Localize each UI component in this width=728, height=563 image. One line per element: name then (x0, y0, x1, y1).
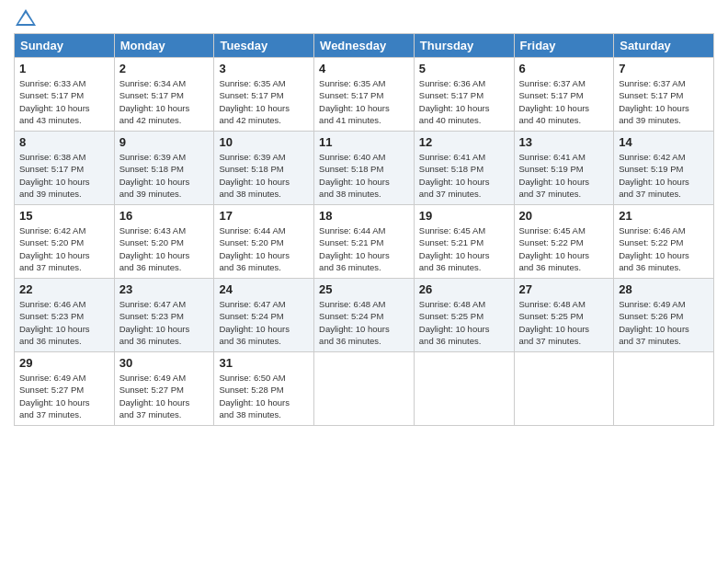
day-info: Sunrise: 6:35 AM Sunset: 5:17 PM Dayligh… (219, 77, 309, 126)
day-info: Sunrise: 6:47 AM Sunset: 5:24 PM Dayligh… (219, 298, 309, 347)
day-number: 5 (419, 62, 509, 75)
day-cell: 25 Sunrise: 6:48 AM Sunset: 5:24 PM Dayl… (314, 279, 415, 352)
day-info: Sunrise: 6:44 AM Sunset: 5:20 PM Dayligh… (219, 224, 309, 273)
day-cell: 27 Sunrise: 6:48 AM Sunset: 5:25 PM Dayl… (514, 279, 614, 352)
day-info: Sunrise: 6:48 AM Sunset: 5:25 PM Dayligh… (519, 298, 609, 347)
day-cell: 31 Sunrise: 6:50 AM Sunset: 5:28 PM Dayl… (214, 352, 314, 426)
day-cell: 13 Sunrise: 6:41 AM Sunset: 5:19 PM Dayl… (514, 132, 614, 205)
day-number: 22 (19, 282, 109, 296)
col-sunday: Sunday (15, 34, 115, 58)
week-row-5: 29 Sunrise: 6:49 AM Sunset: 5:27 PM Dayl… (15, 352, 714, 426)
day-info: Sunrise: 6:39 AM Sunset: 5:18 PM Dayligh… (219, 151, 309, 200)
day-info: Sunrise: 6:36 AM Sunset: 5:17 PM Dayligh… (419, 77, 509, 126)
day-info: Sunrise: 6:48 AM Sunset: 5:25 PM Dayligh… (419, 298, 509, 347)
day-info: Sunrise: 6:40 AM Sunset: 5:18 PM Dayligh… (319, 151, 409, 200)
day-number: 8 (19, 135, 109, 149)
day-cell: 22 Sunrise: 6:46 AM Sunset: 5:23 PM Dayl… (15, 279, 115, 352)
day-cell: 18 Sunrise: 6:44 AM Sunset: 5:21 PM Dayl… (314, 205, 415, 279)
col-friday: Friday (514, 34, 614, 58)
day-number: 15 (19, 209, 109, 223)
day-cell: 30 Sunrise: 6:49 AM Sunset: 5:27 PM Dayl… (114, 352, 214, 426)
day-cell (514, 352, 614, 426)
day-cell: 24 Sunrise: 6:47 AM Sunset: 5:24 PM Dayl… (214, 279, 314, 352)
day-number: 19 (419, 209, 509, 223)
week-row-2: 8 Sunrise: 6:38 AM Sunset: 5:17 PM Dayli… (15, 132, 714, 205)
day-number: 9 (119, 135, 210, 149)
day-cell: 9 Sunrise: 6:39 AM Sunset: 5:18 PM Dayli… (114, 132, 214, 205)
day-cell: 15 Sunrise: 6:42 AM Sunset: 5:20 PM Dayl… (15, 205, 115, 279)
day-cell: 29 Sunrise: 6:49 AM Sunset: 5:27 PM Dayl… (15, 352, 115, 426)
day-cell: 23 Sunrise: 6:47 AM Sunset: 5:23 PM Dayl… (114, 279, 214, 352)
day-info: Sunrise: 6:49 AM Sunset: 5:26 PM Dayligh… (619, 298, 709, 347)
day-number: 13 (519, 135, 609, 149)
day-info: Sunrise: 6:49 AM Sunset: 5:27 PM Dayligh… (119, 372, 210, 420)
day-cell: 10 Sunrise: 6:39 AM Sunset: 5:18 PM Dayl… (214, 132, 314, 205)
day-cell: 14 Sunrise: 6:42 AM Sunset: 5:19 PM Dayl… (614, 132, 714, 205)
day-number: 7 (619, 62, 709, 75)
day-info: Sunrise: 6:42 AM Sunset: 5:19 PM Dayligh… (619, 151, 709, 200)
day-cell (414, 352, 514, 426)
day-cell: 3 Sunrise: 6:35 AM Sunset: 5:17 PM Dayli… (214, 58, 314, 132)
day-number: 26 (419, 282, 509, 296)
day-cell: 19 Sunrise: 6:45 AM Sunset: 5:21 PM Dayl… (414, 205, 514, 279)
day-info: Sunrise: 6:43 AM Sunset: 5:20 PM Dayligh… (119, 224, 210, 273)
day-number: 24 (219, 282, 309, 296)
col-monday: Monday (114, 34, 214, 58)
col-wednesday: Wednesday (314, 34, 415, 58)
day-number: 12 (419, 135, 509, 149)
header (14, 9, 714, 26)
header-row: Sunday Monday Tuesday Wednesday Thursday… (15, 34, 714, 58)
day-cell: 2 Sunrise: 6:34 AM Sunset: 5:17 PM Dayli… (114, 58, 214, 132)
week-row-4: 22 Sunrise: 6:46 AM Sunset: 5:23 PM Dayl… (15, 279, 714, 352)
day-info: Sunrise: 6:45 AM Sunset: 5:21 PM Dayligh… (419, 224, 509, 273)
day-number: 6 (519, 62, 609, 75)
day-info: Sunrise: 6:39 AM Sunset: 5:18 PM Dayligh… (119, 151, 210, 200)
day-info: Sunrise: 6:48 AM Sunset: 5:24 PM Dayligh… (319, 298, 409, 347)
day-number: 11 (319, 135, 409, 149)
col-thursday: Thursday (414, 34, 514, 58)
day-number: 1 (19, 62, 109, 75)
page: Sunday Monday Tuesday Wednesday Thursday… (0, 0, 728, 563)
day-info: Sunrise: 6:38 AM Sunset: 5:17 PM Dayligh… (19, 151, 109, 200)
day-cell: 28 Sunrise: 6:49 AM Sunset: 5:26 PM Dayl… (614, 279, 714, 352)
day-cell: 17 Sunrise: 6:44 AM Sunset: 5:20 PM Dayl… (214, 205, 314, 279)
day-number: 29 (19, 356, 109, 370)
col-saturday: Saturday (614, 34, 714, 58)
day-info: Sunrise: 6:34 AM Sunset: 5:17 PM Dayligh… (119, 77, 210, 126)
day-number: 4 (319, 62, 409, 75)
day-cell: 12 Sunrise: 6:41 AM Sunset: 5:18 PM Dayl… (414, 132, 514, 205)
calendar: Sunday Monday Tuesday Wednesday Thursday… (14, 33, 714, 426)
day-cell: 1 Sunrise: 6:33 AM Sunset: 5:17 PM Dayli… (15, 58, 115, 132)
day-info: Sunrise: 6:49 AM Sunset: 5:27 PM Dayligh… (19, 372, 109, 420)
day-info: Sunrise: 6:44 AM Sunset: 5:21 PM Dayligh… (319, 224, 409, 273)
day-cell: 20 Sunrise: 6:45 AM Sunset: 5:22 PM Dayl… (514, 205, 614, 279)
day-number: 16 (119, 209, 210, 223)
day-number: 14 (619, 135, 709, 149)
day-cell (614, 352, 714, 426)
day-cell: 21 Sunrise: 6:46 AM Sunset: 5:22 PM Dayl… (614, 205, 714, 279)
week-row-1: 1 Sunrise: 6:33 AM Sunset: 5:17 PM Dayli… (15, 58, 714, 132)
day-cell: 4 Sunrise: 6:35 AM Sunset: 5:17 PM Dayli… (314, 58, 415, 132)
day-number: 18 (319, 209, 409, 223)
day-cell (314, 352, 415, 426)
logo-icon (16, 9, 36, 26)
day-info: Sunrise: 6:45 AM Sunset: 5:22 PM Dayligh… (519, 224, 609, 273)
day-info: Sunrise: 6:41 AM Sunset: 5:19 PM Dayligh… (519, 151, 609, 200)
day-number: 28 (619, 282, 709, 296)
day-info: Sunrise: 6:41 AM Sunset: 5:18 PM Dayligh… (419, 151, 509, 200)
day-number: 27 (519, 282, 609, 296)
day-number: 10 (219, 135, 309, 149)
day-info: Sunrise: 6:35 AM Sunset: 5:17 PM Dayligh… (319, 77, 409, 126)
day-cell: 6 Sunrise: 6:37 AM Sunset: 5:17 PM Dayli… (514, 58, 614, 132)
day-info: Sunrise: 6:50 AM Sunset: 5:28 PM Dayligh… (219, 372, 309, 420)
day-info: Sunrise: 6:37 AM Sunset: 5:17 PM Dayligh… (619, 77, 709, 126)
day-number: 3 (219, 62, 309, 75)
day-number: 2 (119, 62, 210, 75)
day-cell: 16 Sunrise: 6:43 AM Sunset: 5:20 PM Dayl… (114, 205, 214, 279)
day-info: Sunrise: 6:33 AM Sunset: 5:17 PM Dayligh… (19, 77, 109, 126)
day-info: Sunrise: 6:47 AM Sunset: 5:23 PM Dayligh… (119, 298, 210, 347)
day-number: 31 (219, 356, 309, 370)
day-cell: 7 Sunrise: 6:37 AM Sunset: 5:17 PM Dayli… (614, 58, 714, 132)
week-row-3: 15 Sunrise: 6:42 AM Sunset: 5:20 PM Dayl… (15, 205, 714, 279)
logo (14, 9, 36, 26)
